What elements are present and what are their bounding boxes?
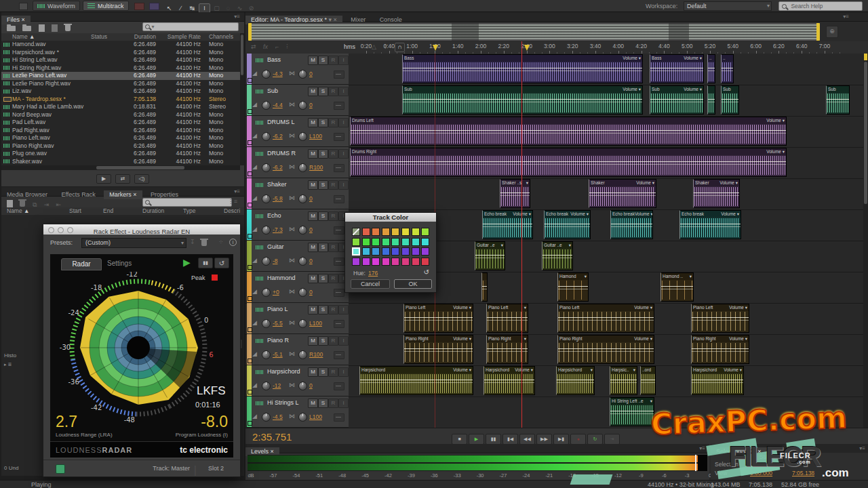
track-name[interactable]: Harpsichord xyxy=(267,368,300,375)
automation-icon[interactable] xyxy=(334,382,344,390)
import-file-icon[interactable] xyxy=(22,26,31,31)
track-header[interactable]: Shaker M S R I ◢ -5.8 ⋈ 0 xyxy=(247,178,349,209)
monitor-input-button[interactable]: I xyxy=(338,87,349,96)
rewind-button[interactable]: ◀◀ xyxy=(519,434,535,445)
track-name[interactable]: Piano R xyxy=(267,337,289,344)
add-marker-icon[interactable] xyxy=(7,200,13,207)
audio-clip[interactable]: Piano RightVolume ▾ xyxy=(557,335,654,364)
audio-clip[interactable]: ..ord xyxy=(640,366,656,395)
file-row[interactable]: Pad Left.wav 6:26.489 44100 Hz Mono xyxy=(1,119,240,127)
track-name[interactable]: Piano L xyxy=(267,306,288,312)
color-swatch[interactable] xyxy=(391,247,399,256)
color-swatch[interactable] xyxy=(401,247,410,256)
audio-clip[interactable]: Harpsic..▾ xyxy=(610,366,637,395)
color-swatch[interactable] xyxy=(401,258,410,266)
pan-knob[interactable] xyxy=(298,226,307,235)
pan-value[interactable]: 0 xyxy=(309,382,313,389)
file-row[interactable]: Liz.wav 6:26.489 44100 Hz Mono xyxy=(1,87,240,96)
mute-button[interactable]: M xyxy=(308,87,318,96)
file-row[interactable]: Shaker.wav 6:26.489 44100 Hz Mono xyxy=(1,158,240,166)
markers-column-header[interactable]: Type xyxy=(183,207,195,214)
skip-to-end-button[interactable]: ▶▮ xyxy=(553,434,569,445)
color-swatch[interactable] xyxy=(421,228,429,236)
audio-clip[interactable]: .. xyxy=(721,54,734,83)
panel-menu-icon[interactable]: ▾≡ xyxy=(699,445,705,451)
edit-audio-icon[interactable] xyxy=(134,3,144,10)
volume-knob[interactable] xyxy=(262,195,271,203)
track-header[interactable]: Bass M S R I ◢ -4.3 ⋈ 0 xyxy=(247,54,349,85)
color-swatch[interactable] xyxy=(372,247,380,256)
monitor-input-button[interactable]: I xyxy=(338,336,349,346)
radar-reset-button[interactable]: ↺ xyxy=(214,258,229,268)
pan-knob[interactable] xyxy=(298,350,307,359)
timeline-marker-icon[interactable] xyxy=(524,45,530,51)
volume-knob[interactable] xyxy=(262,288,271,297)
delete-preset-icon[interactable] xyxy=(201,240,207,246)
skip-to-start-button[interactable]: ▮◀ xyxy=(502,434,518,445)
automation-icon[interactable] xyxy=(334,102,344,110)
track-color-strip[interactable] xyxy=(247,116,252,146)
navigator-right-handle[interactable] xyxy=(816,23,820,41)
audio-clip[interactable]: Hamond▾ xyxy=(557,272,589,302)
files-vscrollbar[interactable] xyxy=(240,33,244,165)
volume-value[interactable]: -6.2 xyxy=(273,133,283,140)
arm-record-button[interactable]: R xyxy=(328,118,338,127)
loop-playback-button[interactable]: ↻ xyxy=(587,434,603,445)
color-swatch[interactable] xyxy=(412,247,420,256)
pan-knob[interactable] xyxy=(298,70,307,79)
audio-clip[interactable]: Harpsichord▾ xyxy=(556,366,595,395)
file-row[interactable]: Lezlie Piano Left.wav 6:26.489 44100 Hz … xyxy=(1,72,240,80)
pan-knob[interactable] xyxy=(298,288,307,297)
color-swatch[interactable] xyxy=(412,238,420,246)
file-row[interactable]: Mary Had a Little Lamb.wav 0:18.831 4410… xyxy=(1,103,240,111)
markers-column-header[interactable]: Duration xyxy=(142,207,164,214)
pan-knob[interactable] xyxy=(298,195,307,203)
automation-icon[interactable] xyxy=(334,258,344,266)
monitor-input-button[interactable]: I xyxy=(338,149,349,159)
track-header[interactable]: Echo M S R I ◢ -7.3 ⋈ 0 xyxy=(247,209,349,241)
audio-clip[interactable] xyxy=(707,85,715,115)
automation-icon[interactable] xyxy=(334,164,344,172)
record-button[interactable]: ● xyxy=(570,434,586,445)
pan-value[interactable]: R100 xyxy=(309,351,323,358)
solo-button[interactable]: S xyxy=(318,399,328,408)
color-swatch[interactable] xyxy=(382,228,390,236)
volume-value[interactable]: -4.3 xyxy=(273,70,283,77)
pan-value[interactable]: 0 xyxy=(309,70,313,77)
color-swatch[interactable] xyxy=(362,258,370,266)
track-name[interactable]: Shaker xyxy=(267,181,287,188)
solo-button[interactable]: S xyxy=(318,56,328,65)
color-swatch[interactable] xyxy=(382,247,390,256)
audio-clip[interactable]: Piano RightVolume ▾ xyxy=(691,335,749,364)
panel-menu-icon[interactable]: ▾≡ xyxy=(859,445,865,451)
audio-clip[interactable]: SubVolume ▾ xyxy=(402,85,643,115)
audio-clip[interactable]: Echo breakVolume ▾ xyxy=(482,210,533,239)
audio-clip[interactable]: Hamond ..▾ xyxy=(660,272,694,302)
track-color-strip[interactable] xyxy=(247,147,252,178)
track-name[interactable]: DRUMS R xyxy=(267,150,296,157)
arm-record-button[interactable]: R xyxy=(328,367,338,377)
window-title-bar[interactable]: Rack Effect - Loudness Radar EN xyxy=(43,224,240,235)
pan-knob[interactable] xyxy=(298,319,307,328)
skip-selection-button[interactable]: ⇥ xyxy=(604,434,620,445)
automation-icon[interactable] xyxy=(334,413,344,422)
color-swatch[interactable] xyxy=(372,258,380,266)
volume-value[interactable]: -5.8 xyxy=(273,195,283,202)
pan-value[interactable]: 0 xyxy=(309,195,313,202)
solo-button[interactable]: S xyxy=(318,149,328,159)
volume-knob[interactable] xyxy=(262,382,271,390)
pan-value[interactable]: L100 xyxy=(309,320,322,327)
track-color-strip[interactable] xyxy=(247,334,252,365)
rack-power-icon[interactable] xyxy=(56,464,65,474)
volume-knob[interactable] xyxy=(262,70,271,79)
search-help-box[interactable]: Search Help xyxy=(778,1,863,11)
audio-clip[interactable]: SubVolume ▾ xyxy=(650,85,704,115)
marker-list-icon[interactable]: ⋮≡ xyxy=(228,198,237,205)
open-file-icon[interactable] xyxy=(7,26,16,31)
track-color-strip[interactable] xyxy=(247,241,252,271)
arm-record-button[interactable]: R xyxy=(328,87,338,96)
monitor-input-button[interactable]: I xyxy=(338,180,349,190)
audio-clip[interactable]: Guitar ..e▾ xyxy=(475,241,505,270)
loop-preview-button[interactable]: ⇄ xyxy=(115,174,130,184)
color-swatch[interactable] xyxy=(401,228,410,236)
